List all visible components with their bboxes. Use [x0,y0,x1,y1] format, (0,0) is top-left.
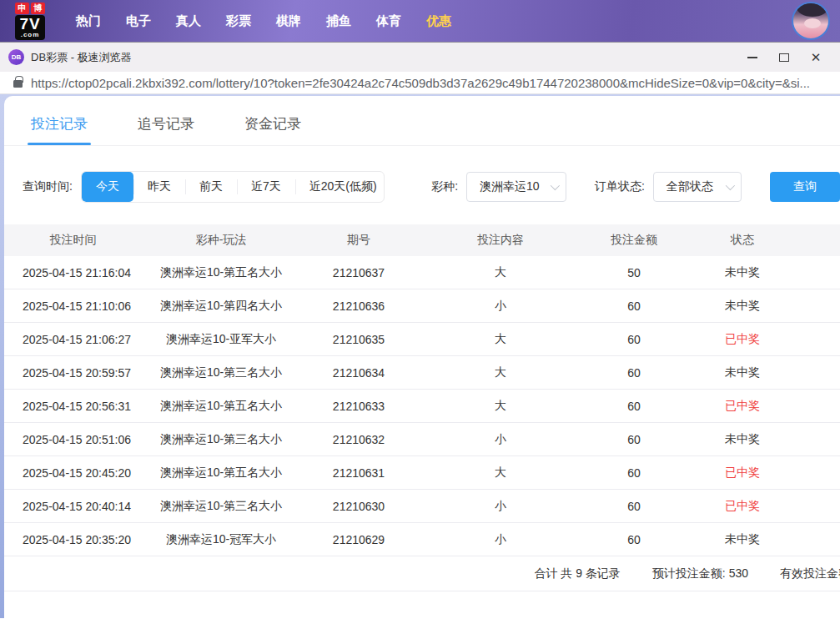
top-nav: 申 博 7V .com 热门电子真人彩票棋牌捕鱼体育优惠 [0,0,840,42]
time-filter-option[interactable]: 昨天 [133,172,185,202]
time-filter-label: 查询时间: [23,179,73,194]
tab[interactable]: 投注记录 [28,109,91,145]
chevron-down-icon [726,181,735,190]
issue-number-cell: 21210629 [300,533,417,546]
bet-amount-cell: 60 [584,366,684,380]
bet-amount-cell: 50 [584,266,684,279]
nav-menu-item[interactable]: 捕鱼 [314,7,364,36]
status-badge: 未中奖 [684,265,801,280]
issue-number-cell: 21210635 [300,333,417,346]
minimize-button[interactable] [737,45,768,70]
nav-menu: 热门电子真人彩票棋牌捕鱼体育优惠 [63,7,464,36]
nav-menu-item[interactable]: 电子 [113,7,163,36]
search-button[interactable]: 查询 [770,172,840,202]
issue-number-cell: 21210633 [300,400,417,413]
logo-badge-bo: 博 [31,3,45,14]
table-header-cell: 期号 [300,233,417,248]
bet-amount-cell: 60 [584,533,684,546]
table-row: 2025-04-15 21:06:27 澳洲幸运10-亚军大小 21210635… [4,323,840,356]
browser-title-bar: DB DB彩票 - 极速浏览器 ✕ [0,42,840,72]
game-play-cell: 澳洲幸运10-第四名大小 [142,299,300,314]
table-row: 2025-04-15 20:56:31 澳洲幸运10-第五名大小 2121063… [4,390,840,423]
tab[interactable]: 追号记录 [134,109,198,145]
bet-time-cell: 2025-04-15 20:45:20 [4,466,142,480]
nav-menu-item[interactable]: 热门 [63,7,113,36]
table-row: 2025-04-15 21:10:06 澳洲幸运10-第四名大小 2121063… [4,289,840,323]
nav-menu-item[interactable]: 体育 [364,7,414,36]
maximize-icon [779,53,789,62]
order-status-select[interactable]: 全部状态 [653,172,742,202]
bet-content-cell: 小 [417,532,584,547]
issue-number-cell: 21210631 [300,466,417,480]
issue-number-cell: 21210636 [300,299,417,313]
site-logo[interactable]: 申 博 7V .com [15,3,45,40]
nav-menu-item[interactable]: 棋牌 [264,7,314,36]
bet-content-cell: 大 [417,365,584,380]
bet-content-cell: 小 [417,299,584,314]
avatar[interactable] [792,2,830,40]
url-bar[interactable]: https://ctop02pcali.2kbxi392.com/lottery… [0,72,840,94]
order-status-value: 全部状态 [666,179,713,194]
tab[interactable]: 资金记录 [241,109,304,145]
footer-summary-item: 预计投注金额: 530 [652,566,748,581]
bet-time-cell: 2025-04-15 21:06:27 [4,333,142,346]
lottery-select-value: 澳洲幸运10 [480,179,540,194]
url-text[interactable]: https://ctop02pcali.2kbxi392.com/lottery… [31,76,810,90]
bet-time-cell: 2025-04-15 20:35:20 [4,533,142,546]
nav-menu-item[interactable]: 真人 [163,7,214,36]
time-filter-group: 今天昨天前天近7天近20天(低频) [81,171,385,203]
lottery-select[interactable]: 澳洲幸运10 [466,172,566,202]
footer-summary-item: 合计 共 9 条记录 [534,566,620,581]
bet-amount-cell: 60 [584,299,684,313]
footer-summary-item: 有效投注金额 [780,566,840,581]
table-row: 2025-04-15 20:40:14 澳洲幸运10-第三名大小 2121063… [4,490,840,523]
content-panel: 投注记录追号记录资金记录 查询时间: 今天昨天前天近7天近20天(低频) 彩种:… [4,96,840,618]
issue-number-cell: 21210637 [300,266,417,279]
status-filter-label: 订单状态: [595,179,645,194]
lock-icon [13,80,23,88]
table-body: 2025-04-15 21:16:04 澳洲幸运10-第五名大小 2121063… [4,256,840,556]
time-filter-option[interactable]: 近20天(低频) [295,172,385,202]
table-row: 2025-04-15 20:45:20 澳洲幸运10-第五名大小 2121063… [4,456,840,490]
status-badge: 已中奖 [684,466,801,481]
logo-badges: 申 博 [15,3,45,14]
window-title: DB彩票 - 极速浏览器 [31,50,132,65]
table-header-cell: 状态 [684,233,801,248]
bet-time-cell: 2025-04-15 20:51:06 [4,433,142,446]
bet-content-cell: 小 [417,432,584,447]
logo-sub-text: .com [19,32,40,38]
table-header-cell: 投注内容 [417,233,584,248]
game-play-cell: 澳洲幸运10-亚军大小 [142,332,300,347]
record-tabs: 投注记录追号记录资金记录 [4,96,840,146]
game-play-cell: 澳洲幸运10-第五名大小 [142,466,300,481]
chevron-down-icon [551,181,560,190]
logo-block: 7V .com [15,15,44,40]
logo-main-text: 7V [19,16,40,32]
game-play-cell: 澳洲幸运10-第五名大小 [142,265,300,280]
game-play-cell: 澳洲幸运10-第五名大小 [142,399,300,414]
time-filter-option[interactable]: 近7天 [237,172,295,202]
issue-number-cell: 21210630 [300,500,417,513]
time-filter-option[interactable]: 今天 [82,172,133,202]
bet-time-cell: 2025-04-15 21:10:06 [4,299,142,313]
bet-amount-cell: 60 [584,333,684,346]
bet-content-cell: 小 [417,499,584,514]
time-filter-option[interactable]: 前天 [185,172,237,202]
table-header-cell: 投注时间 [4,233,142,248]
bet-content-cell: 大 [417,399,584,414]
bet-records-table: 投注时间彩种-玩法期号投注内容投注金额状态 2025-04-15 21:16:0… [4,224,840,591]
table-footer: 合计 共 9 条记录预计投注金额: 530有效投注金额 [4,556,840,591]
maximize-button[interactable] [768,45,800,70]
nav-menu-item[interactable]: 优惠 [414,7,464,36]
status-badge: 已中奖 [684,399,801,414]
browser-favicon: DB [8,49,24,65]
bet-amount-cell: 60 [584,500,684,513]
game-play-cell: 澳洲幸运10-第三名大小 [142,365,300,380]
bet-time-cell: 2025-04-15 21:16:04 [4,266,142,279]
issue-number-cell: 21210632 [300,433,417,446]
table-header-cell: 彩种-玩法 [142,233,300,248]
window-controls: ✕ [737,45,832,70]
bet-amount-cell: 60 [584,400,684,413]
close-button[interactable]: ✕ [800,45,832,70]
nav-menu-item[interactable]: 彩票 [214,7,264,36]
